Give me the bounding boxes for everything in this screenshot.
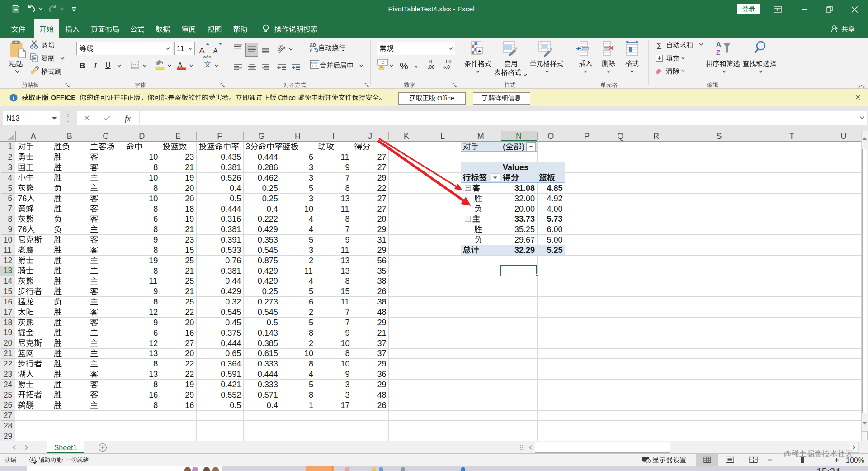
- svg-text:3: 3: [309, 246, 313, 255]
- svg-text:8: 8: [309, 328, 313, 338]
- svg-text:8: 8: [345, 214, 350, 224]
- svg-text:25: 25: [185, 297, 194, 306]
- svg-text:7: 7: [345, 308, 350, 317]
- svg-text:0.533: 0.533: [221, 246, 241, 255]
- svg-text:0.381: 0.381: [221, 163, 241, 172]
- svg-text:13: 13: [149, 349, 158, 358]
- svg-text:0.333: 0.333: [258, 359, 278, 368]
- svg-text:0.4: 0.4: [267, 401, 278, 410]
- svg-text:10: 10: [304, 205, 313, 214]
- svg-text:A: A: [213, 47, 218, 54]
- svg-text:%: %: [400, 61, 408, 71]
- svg-text:Office: Office: [278, 94, 296, 101]
- svg-text:17: 17: [341, 401, 350, 410]
- svg-text:D: D: [139, 132, 145, 141]
- svg-text:23: 23: [4, 370, 12, 379]
- svg-text:0.429: 0.429: [258, 276, 278, 285]
- svg-text:0.4: 0.4: [230, 184, 241, 193]
- svg-text:I: I: [332, 132, 335, 141]
- svg-text:38: 38: [377, 297, 387, 306]
- svg-text:8: 8: [153, 225, 158, 234]
- svg-text:48: 48: [377, 308, 387, 317]
- svg-text:A: A: [199, 46, 205, 55]
- svg-text:Office: Office: [437, 95, 454, 102]
- svg-text:4: 4: [309, 370, 313, 379]
- svg-text:A: A: [716, 40, 721, 48]
- svg-text:5: 5: [8, 184, 13, 193]
- svg-text:0.4: 0.4: [267, 205, 278, 214]
- svg-text:13: 13: [341, 266, 350, 276]
- svg-text:27: 27: [377, 163, 387, 172]
- svg-text:0.65: 0.65: [225, 349, 241, 358]
- svg-text:8: 8: [153, 297, 158, 306]
- svg-text:3: 3: [345, 380, 350, 389]
- svg-text:5: 5: [309, 380, 313, 389]
- svg-text:21: 21: [185, 225, 194, 234]
- svg-text:10: 10: [341, 359, 350, 368]
- svg-text:100%: 100%: [846, 457, 864, 464]
- svg-text:F: F: [217, 132, 222, 141]
- svg-text:0.444: 0.444: [221, 205, 241, 214]
- svg-text:4.92: 4.92: [547, 194, 563, 203]
- svg-text:6: 6: [309, 152, 313, 162]
- svg-text:Sheet1: Sheet1: [54, 444, 77, 452]
- svg-text:29: 29: [377, 246, 387, 255]
- svg-text:29.67: 29.67: [514, 235, 535, 244]
- svg-text:0.364: 0.364: [221, 359, 241, 368]
- svg-text:10: 10: [4, 235, 13, 244]
- svg-text:18: 18: [4, 318, 12, 327]
- svg-text:U: U: [105, 62, 111, 69]
- svg-text:9: 9: [345, 163, 350, 172]
- svg-text:29: 29: [377, 173, 387, 182]
- svg-text::: :: [62, 457, 64, 464]
- svg-text:3: 3: [309, 194, 313, 203]
- svg-text:20: 20: [4, 338, 13, 347]
- svg-text:10: 10: [304, 349, 313, 358]
- svg-text:11: 11: [177, 45, 184, 52]
- svg-text:0.5: 0.5: [267, 318, 278, 327]
- svg-text:.00: .00: [428, 64, 434, 70]
- svg-text:0.875: 0.875: [258, 256, 278, 265]
- svg-text:1: 1: [8, 142, 13, 151]
- svg-text:31.08: 31.08: [514, 184, 535, 193]
- svg-text:0.526: 0.526: [221, 173, 241, 182]
- svg-text:26: 26: [377, 287, 387, 296]
- svg-text:13: 13: [341, 256, 350, 265]
- svg-text:27: 27: [4, 411, 12, 420]
- svg-text:0.435: 0.435: [221, 152, 241, 162]
- svg-text:20: 20: [185, 184, 194, 193]
- svg-text:31: 31: [377, 235, 387, 244]
- svg-text:8: 8: [153, 205, 158, 214]
- svg-text:15: 15: [341, 287, 350, 296]
- svg-text:L: L: [440, 132, 445, 141]
- svg-text:0.591: 0.591: [221, 370, 241, 379]
- svg-text:29: 29: [377, 380, 387, 389]
- svg-text:13: 13: [341, 194, 350, 203]
- svg-text:13: 13: [4, 266, 12, 275]
- svg-text:36: 36: [377, 370, 387, 379]
- svg-text:29: 29: [377, 359, 387, 368]
- svg-text:5.25: 5.25: [547, 246, 563, 255]
- svg-text:U: U: [841, 132, 847, 141]
- svg-text:8: 8: [153, 401, 158, 410]
- svg-text:@: @: [783, 450, 791, 458]
- svg-text:8: 8: [309, 359, 313, 368]
- svg-text:17: 17: [4, 308, 12, 317]
- svg-text:C: C: [103, 132, 108, 141]
- svg-text:22: 22: [377, 184, 387, 193]
- svg-text:0.391: 0.391: [221, 235, 241, 244]
- svg-text:15: 15: [185, 246, 194, 255]
- svg-text:8: 8: [153, 266, 158, 276]
- svg-text:0.444: 0.444: [221, 339, 241, 348]
- svg-text:7: 7: [345, 225, 350, 234]
- svg-text:7: 7: [345, 318, 350, 327]
- svg-text:0.32: 0.32: [225, 297, 241, 306]
- svg-text:15: 15: [4, 287, 12, 296]
- svg-text:8: 8: [345, 276, 350, 285]
- svg-text:R: R: [653, 132, 659, 141]
- svg-text:10: 10: [341, 339, 350, 348]
- svg-text:32.00: 32.00: [514, 194, 535, 203]
- svg-text:20: 20: [185, 349, 194, 358]
- svg-text:0.429: 0.429: [258, 266, 278, 276]
- svg-text:N13: N13: [6, 114, 19, 122]
